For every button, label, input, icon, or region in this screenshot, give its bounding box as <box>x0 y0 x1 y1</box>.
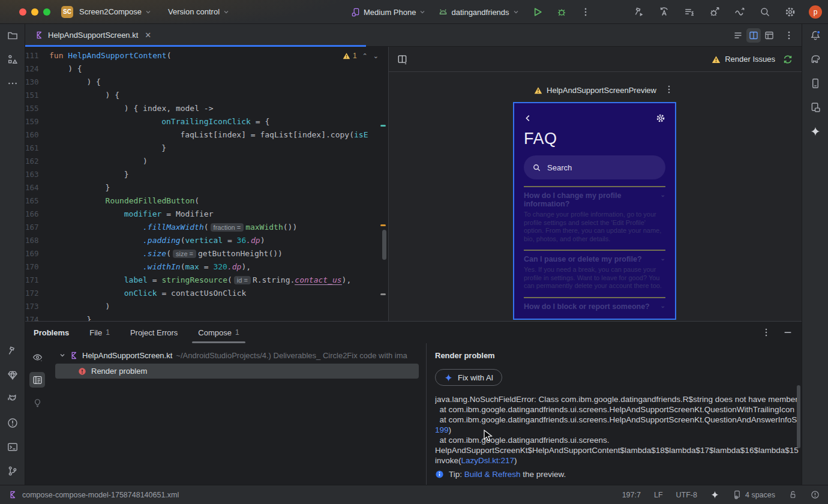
render-issues-button[interactable]: Render Issues <box>712 55 775 64</box>
tip-suffix: the preview. <box>521 470 566 479</box>
settings-icon[interactable] <box>785 7 796 17</box>
code-token: ) { <box>86 77 100 86</box>
code-view-icon[interactable] <box>731 28 745 43</box>
gemini-sparkle-icon[interactable] <box>810 126 821 137</box>
line-number[interactable]: 172 <box>25 287 47 300</box>
design-view-icon[interactable] <box>762 28 776 43</box>
project-folder-icon[interactable] <box>7 30 18 41</box>
line-number[interactable]: 163 <box>25 168 47 181</box>
run-button[interactable] <box>532 7 543 17</box>
tab-file[interactable]: File1 <box>87 322 112 343</box>
structure-icon[interactable] <box>7 54 18 65</box>
running-devices-icon[interactable] <box>810 102 821 113</box>
source-link[interactable]: LazyDsl.kt:217 <box>461 456 515 465</box>
editor-scrollbar[interactable] <box>382 230 386 260</box>
run-configuration-selector[interactable]: datingandfriends <box>439 8 518 17</box>
line-number[interactable]: 151 <box>25 89 47 102</box>
zoom-window-button[interactable] <box>43 8 50 16</box>
user-avatar[interactable]: p <box>809 5 822 19</box>
minimize-window-button[interactable] <box>31 8 38 16</box>
ai-sparkle-status-icon[interactable] <box>710 490 719 499</box>
editor-options-kebab-icon[interactable] <box>784 30 794 41</box>
line-number[interactable]: 164 <box>25 181 47 194</box>
build-refresh-link[interactable]: Build & Refresh <box>464 470 521 479</box>
more-tool-windows-icon[interactable] <box>7 78 18 89</box>
close-window-button[interactable] <box>19 8 26 16</box>
more-actions-kebab-icon[interactable] <box>580 7 591 17</box>
todo-list-icon[interactable] <box>684 7 695 17</box>
device-selector[interactable]: Medium Phone <box>351 8 425 17</box>
attach-debugger-icon[interactable] <box>709 7 720 17</box>
line-number[interactable]: 124 <box>25 62 47 76</box>
fix-with-ai-label: Fix with AI <box>458 373 493 382</box>
device-manager-icon[interactable] <box>810 78 821 89</box>
line-number[interactable]: 173 <box>25 300 47 313</box>
caret-position[interactable]: 197:7 <box>622 491 641 499</box>
line-number[interactable]: 160 <box>25 128 47 142</box>
tab-project-errors[interactable]: Project Errors <box>128 322 180 343</box>
problems-file-row[interactable]: HelpAndSupportScreen.kt ~/AndroidStudioP… <box>49 348 426 362</box>
problems-indicator-icon[interactable] <box>811 490 820 499</box>
line-number[interactable]: 166 <box>25 208 47 221</box>
line-number[interactable]: 167 <box>25 221 47 234</box>
app-insights-icon[interactable] <box>7 370 18 380</box>
status-file-name[interactable]: compose-compose-model-1758748140651.xml <box>22 491 179 499</box>
profiler-icon[interactable] <box>734 7 745 17</box>
line-number[interactable]: 162 <box>25 155 47 168</box>
line-ending[interactable]: LF <box>654 491 663 499</box>
hide-panel-icon[interactable] <box>782 327 793 338</box>
line-number[interactable]: 111 <box>25 49 47 62</box>
code-editor[interactable]: 1 ⌃ ⌄ 111fun HelpAndSupportContent(124) … <box>25 47 389 321</box>
line-number[interactable]: 171 <box>25 274 47 287</box>
build-run-icon[interactable] <box>634 7 644 17</box>
indent-widget[interactable]: 4 spaces <box>733 490 775 499</box>
editor-tab[interactable]: HelpAndSupportScreen.kt ✕ <box>25 24 157 46</box>
render-problem-row[interactable]: Render problem <box>55 364 419 379</box>
split-view-icon[interactable] <box>746 28 761 43</box>
line-number[interactable]: 168 <box>25 234 47 247</box>
faq-item: How do I block or report someone?⌄ <box>524 297 665 320</box>
line-number[interactable]: 130 <box>25 76 47 89</box>
gradle-icon[interactable] <box>810 54 821 65</box>
preview-eye-icon[interactable] <box>29 349 45 365</box>
panel-options-kebab-icon[interactable] <box>761 327 772 338</box>
build-hammer-icon[interactable] <box>7 346 18 356</box>
preview-options-kebab-icon[interactable] <box>664 84 674 95</box>
prev-issue-icon[interactable]: ⌃ <box>362 52 368 60</box>
close-tab-icon[interactable]: ✕ <box>145 31 151 40</box>
next-issue-icon[interactable]: ⌄ <box>373 52 379 60</box>
source-link[interactable]: 199 <box>435 425 449 434</box>
phone-preview-frame[interactable]: FAQ Search How do I change my profile in… <box>513 102 676 320</box>
notifications-bell-icon[interactable] <box>810 30 821 41</box>
project-selector[interactable]: Screen2Compose <box>79 7 151 16</box>
problems-icon[interactable] <box>7 418 18 428</box>
tab-compose[interactable]: Compose1 <box>196 322 241 343</box>
vcs-widget[interactable]: Version control <box>168 7 229 16</box>
line-number[interactable]: 155 <box>25 102 47 115</box>
code-line: 171label = stringResource(id =R.string.c… <box>25 274 388 287</box>
line-number[interactable]: 159 <box>25 115 47 128</box>
line-number[interactable]: 174 <box>25 313 47 321</box>
line-number[interactable]: 165 <box>25 194 47 208</box>
fix-with-ai-button[interactable]: Fix with AI <box>435 369 502 386</box>
preview-name-row[interactable]: HelpAndSupportScreenPreview <box>389 86 802 95</box>
line-number[interactable]: 169 <box>25 247 47 260</box>
preview-layout-icon[interactable] <box>397 54 408 65</box>
inspection-widget[interactable]: 1 ⌃ ⌄ <box>343 52 379 60</box>
lightbulb-icon[interactable] <box>29 395 45 410</box>
detail-scrollbar[interactable] <box>797 385 800 448</box>
logcat-icon[interactable] <box>7 394 18 404</box>
debug-button[interactable] <box>556 7 567 17</box>
line-number[interactable]: 161 <box>25 142 47 155</box>
line-number[interactable]: 170 <box>25 260 47 274</box>
code-token: vertical <box>185 236 223 245</box>
refresh-preview-icon[interactable] <box>782 54 793 65</box>
search-icon[interactable] <box>760 7 770 17</box>
code-assist-icon[interactable] <box>659 7 670 17</box>
code-token: .padding <box>143 236 181 245</box>
git-branch-icon[interactable] <box>7 466 18 476</box>
terminal-icon[interactable] <box>7 442 18 452</box>
unlock-icon[interactable] <box>788 490 797 499</box>
details-view-icon[interactable] <box>29 372 45 388</box>
file-encoding[interactable]: UTF-8 <box>676 491 697 499</box>
